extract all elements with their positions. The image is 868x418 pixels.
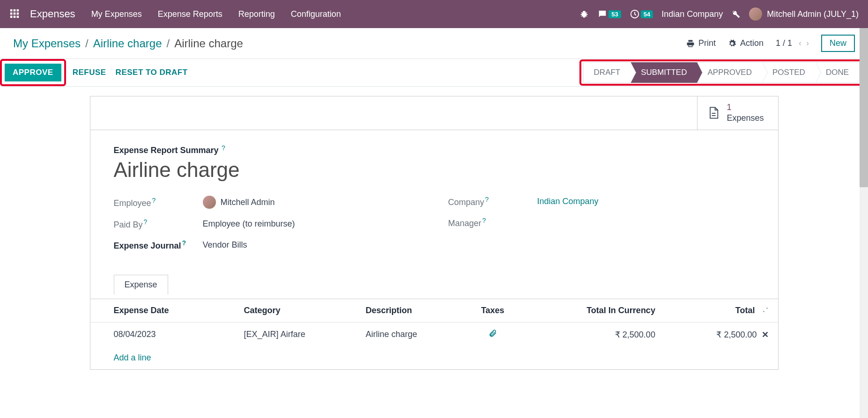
user-menu[interactable]: Mitchell Admin (JULY_1)	[749, 7, 859, 21]
stat-buttons: 1 Expenses	[90, 96, 778, 130]
document-icon	[707, 106, 720, 119]
navbar-right: 53 54 Indian Company Mitchell Admin (JUL…	[579, 7, 859, 21]
activities-button[interactable]: 54	[630, 9, 653, 19]
breadcrumb-airline-charge[interactable]: Airline charge	[93, 37, 162, 50]
status-approved[interactable]: APPROVED	[697, 62, 762, 83]
app-brand[interactable]: Expenses	[30, 8, 75, 20]
control-panel: My Expenses / Airline charge / Airline c…	[0, 28, 868, 59]
help-icon[interactable]: ?	[485, 196, 489, 203]
breadcrumb-sep: /	[166, 37, 170, 50]
nav-links: My Expenses Expense Reports Reporting Co…	[91, 9, 341, 19]
action-dropdown[interactable]: Action	[728, 38, 764, 48]
th-description[interactable]: Description	[366, 299, 469, 323]
svg-rect-4	[14, 13, 16, 15]
new-button[interactable]: New	[821, 35, 855, 52]
activities-badge: 54	[641, 10, 653, 18]
approve-button[interactable]: APPROVE	[5, 64, 61, 81]
status-done[interactable]: DONE	[816, 62, 860, 83]
tools-icon[interactable]	[731, 9, 741, 19]
approve-highlight: APPROVE	[0, 59, 66, 86]
company-field[interactable]: Indian Company	[537, 197, 599, 206]
breadcrumb: My Expenses / Airline charge / Airline c…	[13, 37, 243, 50]
stat-expenses-button[interactable]: 1 Expenses	[697, 96, 778, 130]
th-category[interactable]: Category	[244, 299, 366, 323]
avatar-icon	[749, 7, 762, 21]
statusbar-row: APPROVE REFUSE RESET TO DRAFT DRAFT SUBM…	[0, 59, 868, 87]
cell-date: 08/04/2023	[90, 323, 244, 347]
th-total-currency[interactable]: Total In Currency	[521, 299, 665, 323]
company-label: Company?	[448, 196, 537, 207]
pager-text: 1 / 1	[776, 38, 792, 48]
attachment-icon[interactable]	[489, 330, 497, 339]
svg-rect-6	[10, 16, 13, 18]
delete-row-icon[interactable]: ✕	[762, 330, 769, 339]
breadcrumb-my-expenses[interactable]: My Expenses	[13, 37, 81, 50]
svg-rect-2	[17, 9, 19, 12]
paidby-field[interactable]: Employee (to reimburse)	[203, 219, 295, 229]
th-total[interactable]: Total	[665, 299, 778, 323]
nav-my-expenses[interactable]: My Expenses	[91, 9, 142, 19]
th-date[interactable]: Expense Date	[90, 299, 244, 323]
record-title[interactable]: Airline charge	[114, 158, 755, 182]
svg-rect-7	[14, 16, 16, 18]
th-total-label: Total	[735, 306, 755, 315]
employee-field[interactable]: Mitchell Admin	[203, 196, 275, 209]
status-flow-highlight: DRAFT SUBMITTED APPROVED POSTED DONE	[579, 59, 863, 86]
gear-icon	[728, 39, 736, 48]
messages-button[interactable]: 53	[597, 9, 621, 19]
pager: 1 / 1 ‹ ›	[776, 38, 809, 48]
breadcrumb-current: Airline charge	[174, 37, 243, 50]
tabs: Expense	[114, 274, 755, 294]
print-label: Print	[698, 38, 716, 48]
nav-expense-reports[interactable]: Expense Reports	[158, 9, 223, 19]
nav-configuration[interactable]: Configuration	[291, 9, 341, 19]
breadcrumb-sep: /	[85, 37, 89, 50]
refuse-button[interactable]: REFUSE	[73, 68, 106, 77]
action-label: Action	[740, 38, 764, 48]
paidby-label: Paid By?	[114, 218, 203, 230]
add-line-button[interactable]: Add a line	[90, 346, 778, 369]
pager-next-icon[interactable]: ›	[806, 38, 809, 48]
tab-expense[interactable]: Expense	[114, 275, 168, 294]
status-draft[interactable]: DRAFT	[583, 62, 631, 83]
status-posted[interactable]: POSTED	[762, 62, 816, 83]
expense-table: Expense Date Category Description Taxes …	[90, 299, 778, 369]
print-icon	[686, 39, 695, 48]
avatar-icon	[203, 196, 216, 209]
help-icon[interactable]: ?	[182, 239, 186, 247]
help-icon[interactable]: ?	[222, 144, 225, 152]
scrollbar[interactable]	[860, 28, 868, 370]
stat-count: 1	[727, 102, 764, 113]
cell-category: [EX_AIR] Airfare	[244, 323, 366, 347]
svg-rect-8	[17, 16, 19, 18]
summary-label: Expense Report Summary	[114, 146, 219, 155]
manager-label: Manager?	[448, 217, 537, 228]
pager-prev-icon[interactable]: ‹	[799, 38, 801, 48]
cell-total-currency: ₹ 2,500.00	[521, 323, 665, 347]
bug-icon[interactable]	[579, 9, 589, 19]
svg-rect-3	[10, 13, 13, 15]
help-icon[interactable]: ?	[144, 218, 148, 226]
th-taxes[interactable]: Taxes	[469, 299, 521, 323]
column-settings-icon[interactable]	[759, 306, 768, 315]
table-row[interactable]: 08/04/2023 [EX_AIR] Airfare Airline char…	[90, 323, 778, 347]
journal-field[interactable]: Vendor Bills	[203, 240, 247, 250]
cell-description: Airline charge	[366, 323, 469, 347]
nav-reporting[interactable]: Reporting	[238, 9, 275, 19]
reset-to-draft-button[interactable]: RESET TO DRAFT	[116, 68, 188, 77]
status-submitted[interactable]: SUBMITTED	[631, 62, 697, 83]
help-icon[interactable]: ?	[152, 197, 156, 204]
cell-total: ₹ 2,500.00	[716, 330, 757, 339]
svg-point-11	[763, 311, 764, 312]
stat-label: Expenses	[727, 113, 764, 124]
print-button[interactable]: Print	[686, 38, 716, 48]
svg-rect-5	[17, 13, 19, 15]
messages-badge: 53	[608, 10, 621, 18]
apps-icon[interactable]	[9, 8, 21, 20]
svg-rect-1	[14, 9, 16, 12]
employee-value: Mitchell Admin	[221, 198, 275, 207]
journal-label: Expense Journal?	[114, 239, 203, 251]
user-name: Mitchell Admin (JULY_1)	[767, 9, 859, 19]
company-selector[interactable]: Indian Company	[661, 9, 723, 19]
help-icon[interactable]: ?	[482, 217, 486, 224]
